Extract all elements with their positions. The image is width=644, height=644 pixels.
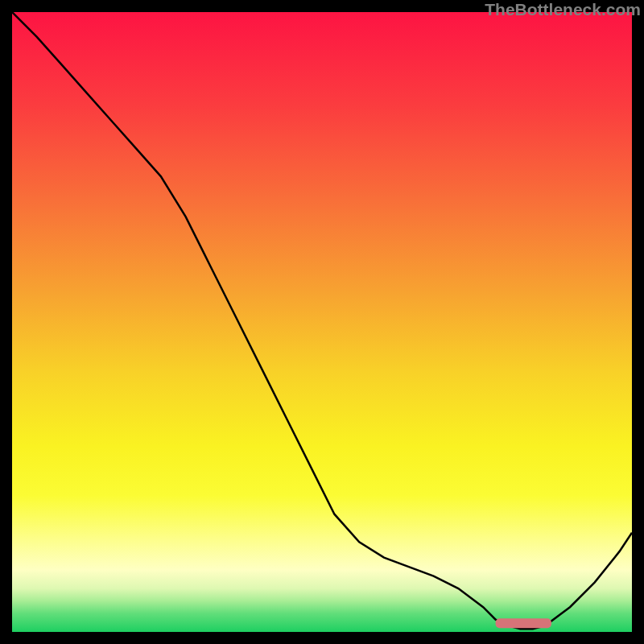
chart-container: TheBottleneck.com bbox=[0, 0, 644, 644]
optimal-marker bbox=[496, 618, 551, 628]
gradient-background bbox=[12, 12, 632, 632]
chart-svg bbox=[12, 12, 632, 632]
attribution-text: TheBottleneck.com bbox=[485, 0, 641, 19]
